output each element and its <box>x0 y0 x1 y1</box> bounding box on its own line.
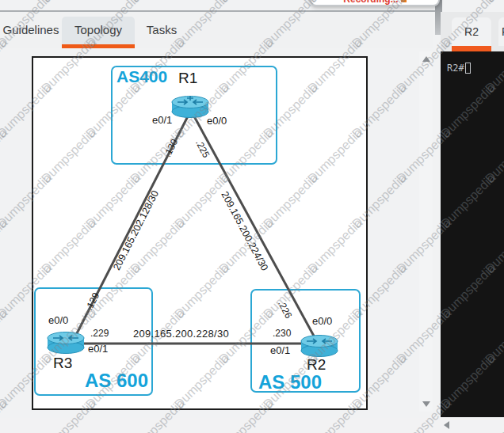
r1-if-e01-label: e0/1 <box>152 114 172 126</box>
topology-canvas: AS400 R1 e0/1 e0/0 .130 .225 209.165.202… <box>32 56 368 410</box>
terminal-console[interactable]: R2# <box>441 51 504 417</box>
r3-ip-229-label: .229 <box>90 328 109 339</box>
recording-icon <box>401 0 407 2</box>
r2-ip-230-label: .230 <box>273 328 291 339</box>
watermark-text: Dumpspedia <box>128 0 188 6</box>
r3-if-e01-label: e0/1 <box>88 343 108 355</box>
terminal-tab-partial[interactable]: R <box>498 17 504 46</box>
router-r2-icon[interactable] <box>299 330 340 357</box>
scroll-down-icon[interactable] <box>422 401 430 407</box>
terminal-cursor <box>465 63 471 74</box>
router-r1-label: R1 <box>178 70 197 87</box>
recording-popup: Recording... <box>310 0 440 6</box>
r1-if-e00-label: e0/0 <box>207 115 227 127</box>
watermark-text: Dumpspedia <box>483 0 504 6</box>
scroll-up-icon[interactable] <box>422 56 430 62</box>
link-subnet-bottom-label: 209.165.200.228/30 <box>133 328 229 340</box>
watermark-text: Dumpspedia <box>39 0 99 6</box>
recording-label: Recording... <box>343 0 398 5</box>
watermark-text: Dumpspedia <box>0 306 10 367</box>
watermark-text: Dumpspedia <box>216 0 277 6</box>
router-r1-icon[interactable] <box>170 91 211 118</box>
scroll-left-icon[interactable] <box>444 421 449 429</box>
tab-topology[interactable]: Topology <box>62 17 135 48</box>
horizontal-scrollbar[interactable] <box>0 418 504 433</box>
exam-screen: Recording... Guidelines Topology Tasks A… <box>0 0 504 433</box>
as600-label: AS 600 <box>85 370 148 392</box>
content-tabbar: Guidelines Topology Tasks <box>0 12 433 48</box>
terminal-tab-r2[interactable]: R2 <box>452 17 491 46</box>
watermark-text: Dumpspedia <box>0 0 10 6</box>
as400-label: AS400 <box>116 67 167 86</box>
r2-if-e00-label: e0/0 <box>312 315 332 327</box>
terminal-tab-active-indicator <box>452 46 491 51</box>
terminal-prompt: R2# <box>447 63 464 74</box>
as500-label: AS 500 <box>258 371 322 393</box>
watermark-text: Dumpspedia <box>0 126 10 186</box>
r3-if-e00-label: e0/0 <box>48 314 68 326</box>
vertical-scrollbar[interactable] <box>419 51 433 412</box>
tab-tasks[interactable]: Tasks <box>136 17 187 48</box>
router-r3-icon[interactable] <box>45 327 86 354</box>
watermark-text: Dumpspedia <box>0 216 10 276</box>
r2-if-e01-label: e0/1 <box>270 344 290 356</box>
tab-guidelines[interactable]: Guidelines <box>0 17 62 48</box>
router-r3-label: R3 <box>53 355 72 372</box>
